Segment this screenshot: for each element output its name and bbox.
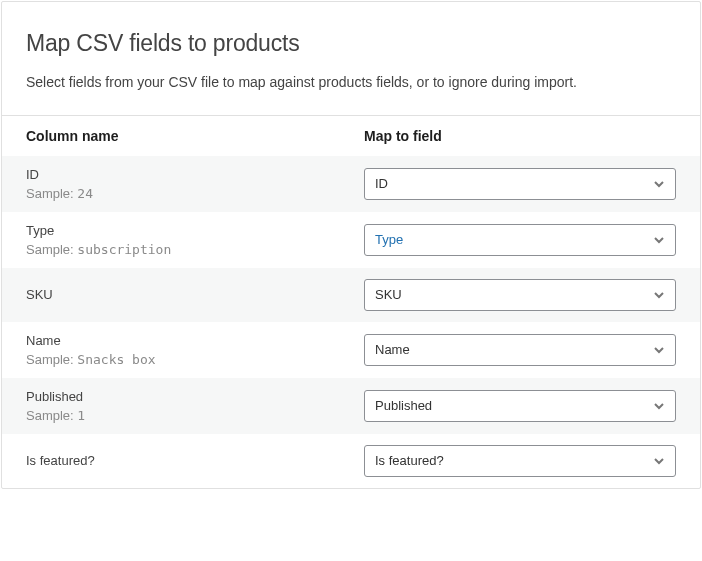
sample-label: Sample: bbox=[26, 352, 74, 367]
page-subtitle: Select fields from your CSV file to map … bbox=[26, 73, 676, 93]
field-name: Published bbox=[26, 389, 364, 404]
map-column: Type bbox=[364, 224, 676, 256]
map-column: SKU bbox=[364, 279, 676, 311]
map-column: Name bbox=[364, 334, 676, 366]
column-info: SKU bbox=[26, 287, 364, 302]
select-value: Published bbox=[375, 398, 432, 413]
table-row: NameSample: Snacks boxName bbox=[2, 322, 700, 378]
chevron-down-icon bbox=[651, 453, 667, 469]
page-title: Map CSV fields to products bbox=[26, 30, 676, 57]
map-select[interactable]: Published bbox=[364, 390, 676, 422]
table-row: IDSample: 24ID bbox=[2, 156, 700, 212]
map-select[interactable]: SKU bbox=[364, 279, 676, 311]
table-row: Is featured?Is featured? bbox=[2, 434, 700, 488]
field-name: Name bbox=[26, 333, 364, 348]
table-header: Column name Map to field bbox=[2, 115, 700, 156]
field-name: ID bbox=[26, 167, 364, 182]
field-name: Type bbox=[26, 223, 364, 238]
map-select[interactable]: ID bbox=[364, 168, 676, 200]
map-select[interactable]: Name bbox=[364, 334, 676, 366]
column-info: IDSample: 24 bbox=[26, 167, 364, 201]
map-column: ID bbox=[364, 168, 676, 200]
map-column: Published bbox=[364, 390, 676, 422]
chevron-down-icon bbox=[651, 176, 667, 192]
header-section: Map CSV fields to products Select fields… bbox=[2, 2, 700, 115]
field-name: Is featured? bbox=[26, 453, 364, 468]
sample-label: Sample: bbox=[26, 242, 74, 257]
chevron-down-icon bbox=[651, 287, 667, 303]
sample-value: 1 bbox=[77, 408, 85, 423]
table-row: SKUSKU bbox=[2, 268, 700, 322]
map-column: Is featured? bbox=[364, 445, 676, 477]
sample-value: subscription bbox=[77, 242, 171, 257]
map-select[interactable]: Is featured? bbox=[364, 445, 676, 477]
chevron-down-icon bbox=[651, 398, 667, 414]
sample-value: 24 bbox=[77, 186, 93, 201]
sample-line: Sample: Snacks box bbox=[26, 352, 364, 367]
rows-container: IDSample: 24IDTypeSample: subscriptionTy… bbox=[2, 156, 700, 488]
column-header-name: Column name bbox=[26, 128, 364, 144]
sample-line: Sample: subscription bbox=[26, 242, 364, 257]
sample-label: Sample: bbox=[26, 186, 74, 201]
field-name: SKU bbox=[26, 287, 364, 302]
select-value: Type bbox=[375, 232, 403, 247]
column-info: PublishedSample: 1 bbox=[26, 389, 364, 423]
sample-line: Sample: 24 bbox=[26, 186, 364, 201]
column-info: Is featured? bbox=[26, 453, 364, 468]
sample-line: Sample: 1 bbox=[26, 408, 364, 423]
chevron-down-icon bbox=[651, 342, 667, 358]
table-row: PublishedSample: 1Published bbox=[2, 378, 700, 434]
sample-value: Snacks box bbox=[77, 352, 155, 367]
sample-label: Sample: bbox=[26, 408, 74, 423]
column-info: NameSample: Snacks box bbox=[26, 333, 364, 367]
chevron-down-icon bbox=[651, 232, 667, 248]
csv-mapping-card: Map CSV fields to products Select fields… bbox=[1, 1, 701, 489]
select-value: Name bbox=[375, 342, 410, 357]
select-value: Is featured? bbox=[375, 453, 444, 468]
table-row: TypeSample: subscriptionType bbox=[2, 212, 700, 268]
map-select[interactable]: Type bbox=[364, 224, 676, 256]
select-value: ID bbox=[375, 176, 388, 191]
column-info: TypeSample: subscription bbox=[26, 223, 364, 257]
select-value: SKU bbox=[375, 287, 402, 302]
column-header-map: Map to field bbox=[364, 128, 676, 144]
